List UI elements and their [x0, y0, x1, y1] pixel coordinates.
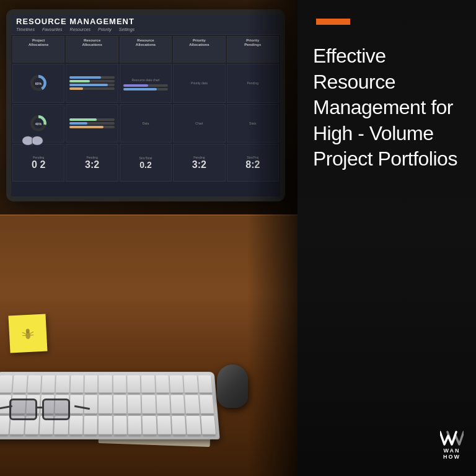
- bar-group-2: [121, 84, 170, 90]
- metric-cell-3: Stm/Total 0.2: [120, 144, 172, 182]
- cell-1-1: 60%: [12, 64, 64, 103]
- cell-1-4: Priority data: [173, 64, 225, 103]
- svg-line-10: [30, 332, 33, 333]
- bar-8: [69, 122, 114, 125]
- svg-point-13: [32, 136, 43, 145]
- cell-2-2: [66, 104, 118, 143]
- key: [70, 376, 84, 394]
- key: [141, 376, 155, 394]
- nav-settings: Settings: [119, 27, 134, 32]
- screen-nav: Timelines Favourites Resources Priority …: [16, 27, 275, 32]
- bar-group-1: [68, 76, 116, 90]
- key: [113, 395, 127, 415]
- bar-4: [69, 87, 114, 90]
- mouse: [217, 364, 248, 408]
- key: [99, 395, 112, 415]
- headline-text: Effective Resource Management for High -…: [313, 43, 461, 457]
- key: [201, 416, 216, 436]
- cell-text-1-4: Priority data: [191, 81, 208, 85]
- cell-text-1-5: Pending: [247, 81, 258, 85]
- key: [185, 395, 199, 415]
- nav-resources: Resources: [70, 27, 90, 32]
- bar-5: [123, 84, 168, 87]
- butterfly-icon: [22, 133, 43, 149]
- col-header-2: ResourceAllocations: [66, 36, 118, 63]
- svg-text:60%: 60%: [35, 82, 42, 86]
- key: [127, 376, 141, 394]
- key: [113, 416, 127, 436]
- key: [156, 376, 169, 394]
- metric-number-5: 8:2: [245, 159, 260, 170]
- metric-cell-4: Pending 3:2: [173, 144, 225, 182]
- key: [172, 416, 186, 436]
- screen-body: ProjectAllocations ResourceAllocations R…: [11, 35, 280, 183]
- metric-number-4: 3:2: [192, 159, 206, 170]
- butterfly: [22, 133, 43, 149]
- metric-cell-5: Stm/Proj 8:2: [227, 144, 279, 182]
- key: [143, 416, 157, 436]
- key: [84, 416, 97, 436]
- key: [99, 376, 112, 394]
- donut-chart-2: 40%: [29, 113, 48, 133]
- sticky-note: [8, 314, 47, 353]
- key: [170, 376, 184, 394]
- bar-3: [69, 84, 114, 86]
- bar-group-3: [68, 118, 116, 128]
- right-panel: Effective Resource Management for High -…: [298, 0, 476, 476]
- col-header-5: PriorityPendings: [227, 36, 279, 63]
- cell-2-3: Data: [120, 104, 172, 143]
- cell-text-2-5: Stats: [249, 121, 256, 125]
- cell-text-1-3: Resource data chart: [129, 76, 162, 84]
- orange-accent-bar: [316, 19, 350, 25]
- cell-2-4: Chart: [173, 104, 225, 143]
- wanhow-logo-icon: [440, 430, 464, 447]
- col-header-4: PriorityAllocations: [173, 36, 225, 63]
- key: [128, 395, 141, 415]
- key: [157, 416, 171, 436]
- metric-number-3: 0.2: [139, 160, 151, 170]
- nav-priority: Priority: [98, 27, 112, 32]
- metric-cell-2: Pending 3:2: [66, 144, 118, 182]
- key: [142, 395, 156, 415]
- key: [0, 376, 13, 394]
- screen-header: RESOURCE MANAGEMENT Timelines Favourites…: [11, 14, 280, 35]
- cell-text-2-3: Data: [143, 121, 149, 125]
- left-panel: RESOURCE MANAGEMENT Timelines Favourites…: [0, 0, 298, 476]
- key: [198, 376, 212, 394]
- glasses: [6, 395, 81, 426]
- key: [99, 416, 112, 436]
- key: [170, 395, 185, 415]
- key: [84, 376, 97, 394]
- donut-chart-1: 60%: [29, 73, 48, 93]
- bar-2: [69, 80, 114, 82]
- key: [42, 376, 55, 394]
- key: [183, 376, 198, 394]
- bar-6: [123, 88, 168, 90]
- key: [27, 376, 42, 394]
- cell-1-2: [66, 64, 118, 103]
- cell-1-5: Pending: [227, 64, 279, 103]
- key: [56, 376, 69, 394]
- insect-icon: [21, 325, 34, 342]
- metric-cell-1: Pending 0 2: [12, 144, 64, 182]
- col-header-3: ResourceAllocations: [120, 36, 172, 63]
- main-container: RESOURCE MANAGEMENT Timelines Favourites…: [0, 0, 476, 476]
- bar-9: [69, 126, 114, 128]
- bar-7: [69, 118, 114, 121]
- nav-favourites: Favourites: [42, 27, 63, 32]
- key: [128, 416, 141, 436]
- svg-text:40%: 40%: [35, 122, 42, 126]
- monitor-screen: RESOURCE MANAGEMENT Timelines Favourites…: [11, 14, 280, 196]
- key: [200, 395, 214, 415]
- key: [186, 416, 201, 436]
- nav-timelines: Timelines: [16, 27, 35, 32]
- svg-line-8: [22, 332, 25, 333]
- metric-number-1: 0 2: [32, 159, 45, 170]
- logo-container: WAN HOW: [440, 430, 464, 461]
- glasses-lens-right: [42, 399, 70, 420]
- col-header-1: ProjectAllocations: [12, 36, 64, 63]
- key: [84, 395, 98, 415]
- bar-1: [69, 76, 114, 79]
- cell-2-5: Stats: [227, 104, 279, 143]
- cell-text-2-4: Chart: [195, 121, 203, 125]
